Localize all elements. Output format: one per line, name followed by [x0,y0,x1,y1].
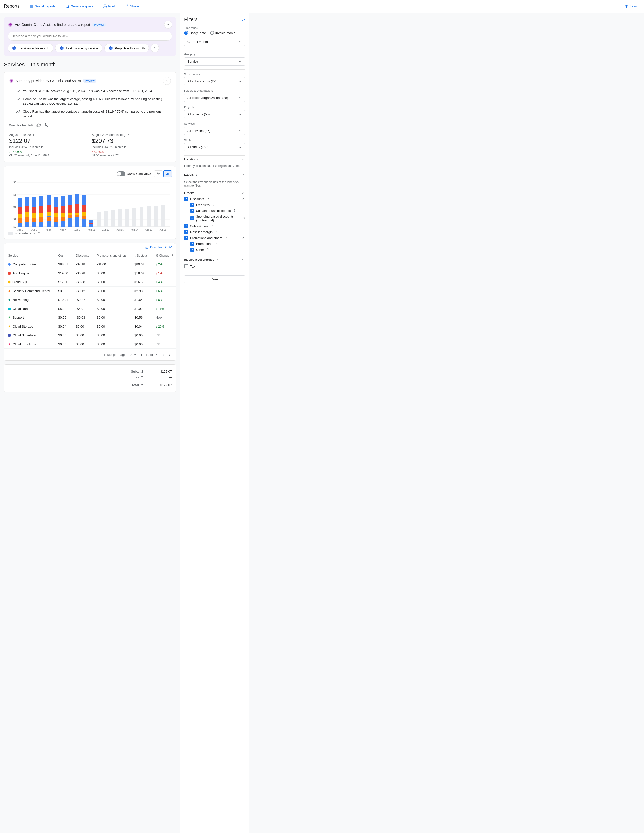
labels-collapse-icon[interactable] [242,173,245,177]
subtotal-cell-1: $18.62 [130,269,151,278]
discounts-expand-icon[interactable] [242,197,245,201]
thumbs-up-btn[interactable] [35,122,42,129]
promotions-expand-icon[interactable] [242,236,245,240]
quick-report-services[interactable]: Services – this month [8,43,53,53]
bar-chart-btn[interactable] [163,170,172,177]
promotions-cell-0: -$1.00 [93,260,131,269]
subscriptions-help-icon[interactable]: ? [212,224,214,228]
free-tiers-help-icon[interactable]: ? [213,203,214,206]
toggle-switch[interactable] [117,171,126,176]
reseller-margin-help-icon[interactable]: ? [216,230,217,234]
spending-based-help-icon[interactable]: ? [243,217,245,220]
cost-cell-0: $88.81 [54,260,72,269]
tax-help-icon[interactable]: ? [141,376,143,379]
subaccounts-select[interactable]: All subaccounts (27) [184,77,245,85]
table-header: Service Cost Discounts Promotions and ot… [4,251,176,260]
pct-change-help[interactable]: ? [171,254,173,257]
reset-button[interactable]: Reset [184,275,245,283]
cost-cell-7: $0.04 [54,322,72,331]
svg-text:Aug 1: Aug 1 [17,229,23,231]
other-help-icon[interactable]: ? [207,248,209,251]
free-tiers-checkbox[interactable]: Free tiers ? [184,202,245,208]
collapse-filters-btn[interactable]: ›› [242,17,245,22]
see-all-reports-link[interactable]: See all reports [27,3,58,10]
invoice-month-radio[interactable]: Invoice month [210,31,235,35]
quick-report-last-invoice[interactable]: Last invoice by service [55,43,102,53]
subtotal-cell-4: $1.64 [130,296,151,304]
subscriptions-check[interactable] [184,224,188,228]
next-page-btn[interactable]: › [167,352,172,357]
discounts-cell-1: -$0.98 [72,269,93,278]
projects-select[interactable]: All projects (55) [184,110,245,118]
promotions-others-help-icon[interactable]: ? [225,236,227,240]
group-by-select[interactable]: Service [184,58,245,66]
gemini-input[interactable] [8,32,172,41]
current-month-select[interactable]: Current month [184,38,245,46]
total-help-icon[interactable]: ? [141,383,143,387]
service-cell-0: Compute Engine [4,260,54,269]
sustained-use-check[interactable] [190,209,194,213]
quick-reports-next[interactable] [151,43,159,53]
show-cumulative-toggle[interactable]: Show cumulative [117,171,151,176]
svg-rect-5 [104,6,106,8]
labels-section: Labels ? [184,170,245,178]
cost-cell-2: $17.50 [54,278,72,286]
usage-date-radio[interactable]: Usage date [184,31,206,35]
print-link[interactable]: Print [101,3,117,10]
line-chart-btn[interactable] [154,170,163,177]
rows-dropdown-icon[interactable] [133,353,137,356]
svg-rect-55 [68,215,72,218]
discounts-cell-5: -$4.91 [72,304,93,313]
promotions-others-check[interactable] [184,236,188,240]
help-icon-forecasted[interactable]: ? [127,133,129,137]
learn-link[interactable]: Learn [623,3,640,10]
spending-based-checkbox[interactable]: Spending based discounts (contractual) ? [184,214,245,223]
share-link[interactable]: Share [123,3,141,10]
svg-rect-31 [25,217,29,222]
discounts-cell-8: $0.00 [72,331,93,340]
sustained-use-checkbox[interactable]: Sustained use discounts ? [184,208,245,214]
discounts-check[interactable] [184,197,188,201]
invoice-charges-expand-icon[interactable] [242,258,245,262]
cost-change-2: ↑ 0.75% [92,150,171,154]
reseller-margin-check[interactable] [184,230,188,234]
locations-collapse-icon[interactable] [242,158,245,161]
subscriptions-checkbox[interactable]: Subscriptions ? [184,223,245,229]
labels-help-icon[interactable]: ? [195,173,197,177]
skus-select[interactable]: All SKUs (408) [184,143,245,151]
promotions-others-checkbox[interactable]: Promotions and others ? [184,235,245,241]
prev-page-btn[interactable]: ‹ [161,352,166,357]
tax-filter-checkbox[interactable]: Tax [184,264,245,269]
download-csv-btn[interactable]: Download CSV [145,246,172,249]
gemini-collapse-btn[interactable] [164,21,172,29]
promotions-sub-help-icon[interactable]: ? [215,242,217,246]
credits-header[interactable]: Credits [184,190,245,196]
cost-cell-5: $5.94 [54,304,72,313]
promotions-sub-check[interactable] [190,242,194,246]
discounts-help-icon[interactable]: ? [207,197,209,201]
folders-select[interactable]: All folders/organizations (28) [184,94,245,102]
svg-text:$4: $4 [13,206,16,209]
other-checkbox[interactable]: Other ? [184,247,245,252]
discounts-checkbox[interactable]: Discounts ? [184,196,245,202]
reseller-margin-checkbox[interactable]: Reseller margin ? [184,229,245,235]
invoice-charges-help-icon[interactable]: ? [216,258,218,262]
thumbs-down-btn[interactable] [44,122,50,129]
generate-query-link[interactable]: Generate query [63,3,95,10]
svg-rect-35 [32,218,36,222]
other-check[interactable] [190,248,194,252]
subtotal-cell-2: $16.62 [130,278,151,286]
pct-cell-4: ↓ 6% [151,296,176,304]
table-row: Security Command Center $3.05 -$0.12 $0.… [4,286,176,296]
quick-report-projects[interactable]: Projects – this month [104,43,149,53]
tax-filter-check[interactable] [184,264,188,269]
sustained-use-help-icon[interactable]: ? [234,209,235,212]
spending-based-check[interactable] [190,216,194,220]
promotions-sub-checkbox[interactable]: Promotions ? [184,241,245,247]
free-tiers-check[interactable] [190,203,194,207]
summary-collapse-btn[interactable] [163,77,171,85]
forecasted-help-icon[interactable]: ? [38,232,40,235]
download-icon [145,246,149,249]
subtotal-cell-7: $0.04 [130,322,151,331]
services-select[interactable]: All services (47) [184,127,245,135]
